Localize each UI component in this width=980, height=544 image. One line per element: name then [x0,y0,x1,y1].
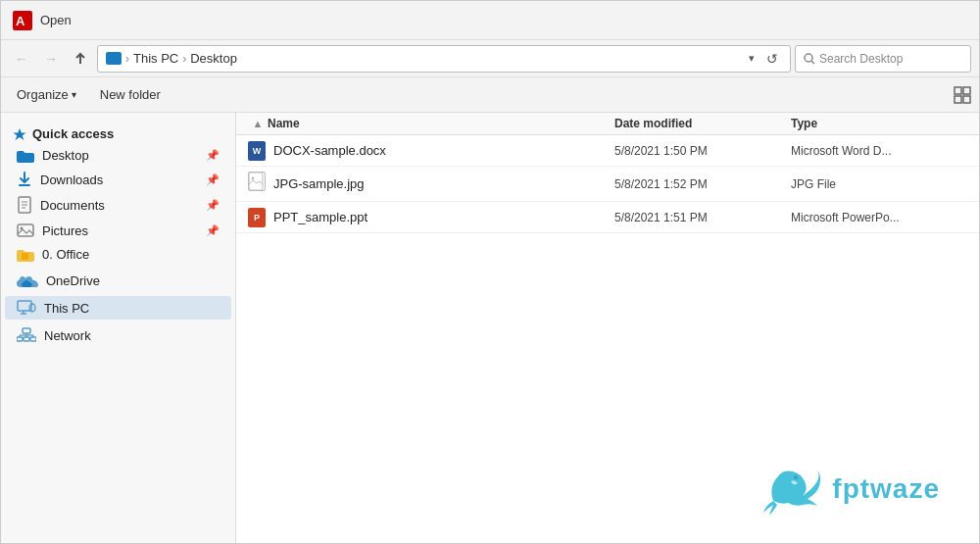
title-bar: A Open [1,1,979,40]
fptwaze-bird-icon [763,462,822,516]
file-date-jpg: 5/8/2021 1:52 PM [614,177,791,191]
view-toggle-icon[interactable] [954,86,971,104]
svg-rect-6 [955,96,961,103]
organize-button[interactable]: Organize ▾ [9,84,84,105]
col-name-header[interactable]: Name [268,117,614,130]
pictures-icon [17,223,34,238]
this-pc-folder-icon [106,52,122,65]
svg-text:A: A [16,14,25,28]
address-parts: › This PC › Desktop [106,51,741,66]
refresh-btn[interactable]: ↺ [762,49,782,69]
watermark: fptwaze [763,462,940,516]
svg-rect-9 [19,184,30,186]
downloads-icon [17,172,32,187]
network-label: Network [44,328,220,343]
main-area: Quick access Desktop 📌 Downloads 📌 [1,113,979,544]
jpg-icon-svg [249,173,267,192]
table-row[interactable]: W DOCX-sample.docx 5/8/2021 1:50 PM Micr… [236,135,979,167]
file-date-ppt: 5/8/2021 1:51 PM [614,211,791,224]
back-button[interactable]: ← [9,47,34,71]
new-folder-button[interactable]: New folder [92,84,169,105]
thispc-label: This PC [44,301,220,316]
sep1: › [125,52,129,66]
sidebar-item-downloads[interactable]: Downloads 📌 [5,168,231,191]
sep2: › [182,52,186,66]
svg-rect-32 [249,173,263,190]
col-date-header[interactable]: Date modified [614,117,791,130]
file-type-docx: Microsoft Word D... [791,144,967,158]
sidebar-item-onedrive[interactable]: OneDrive [5,270,231,292]
svg-rect-14 [18,224,33,236]
svg-point-2 [805,54,812,62]
svg-marker-8 [14,128,26,140]
search-placeholder: Search Desktop [819,52,903,66]
table-row[interactable]: P PPT_sample.ppt 5/8/2021 1:51 PM Micros… [236,202,979,233]
svg-line-3 [811,61,814,64]
desktop-label: Desktop [42,148,198,163]
downloads-pin-icon: 📌 [206,173,220,186]
sidebar-item-desktop[interactable]: Desktop 📌 [5,144,231,167]
view-icons [954,86,971,104]
table-row[interactable]: JPG-sample.jpg 5/8/2021 1:52 PM JPG File [236,167,979,202]
desktop-label: Desktop [190,51,237,66]
sidebar-item-thispc[interactable]: This PC [5,296,231,320]
desktop-pin-icon: 📌 [206,149,220,162]
toolbar: Organize ▾ New folder [1,77,979,113]
col-type-header[interactable]: Type [791,117,967,130]
svg-rect-7 [963,96,970,103]
sidebar-item-pictures[interactable]: Pictures 📌 [5,219,231,242]
documents-pin-icon: 📌 [206,199,220,212]
file-name-jpg: JPG-sample.jpg [273,176,614,191]
quick-access-section: Quick access Desktop 📌 Downloads 📌 [1,121,235,266]
svg-rect-5 [963,87,970,94]
onedrive-icon [17,274,38,288]
svg-point-20 [29,304,35,312]
svg-rect-4 [955,87,961,94]
pictures-pin-icon: 📌 [206,224,220,237]
svg-point-33 [252,177,255,180]
file-date-docx: 5/8/2021 1:50 PM [614,144,791,158]
svg-rect-26 [30,337,36,341]
downloads-label: Downloads [40,173,198,187]
ppt-file-icon: P [248,207,266,227]
onedrive-label: OneDrive [46,273,220,288]
forward-button[interactable]: → [38,47,64,71]
network-section: Network [1,323,235,347]
file-area-wrapper: ▲ Name Date modified Type W DOC [236,113,979,544]
sidebar-item-documents[interactable]: Documents 📌 [5,192,231,218]
office-folder-icon [17,248,34,262]
word-file-icon: W [248,140,266,161]
up-icon [74,52,87,66]
file-list-header: ▲ Name Date modified Type [236,113,979,135]
this-pc-label: This PC [133,51,178,66]
documents-icon [17,196,32,214]
title-bar-text: Open [40,13,72,27]
quick-access-label: Quick access [32,126,114,141]
this-pc-icon [17,300,36,316]
this-pc-section: This PC [1,296,235,320]
sidebar: Quick access Desktop 📌 Downloads 📌 [1,113,236,544]
quick-access-header[interactable]: Quick access [1,121,235,143]
svg-rect-23 [23,328,30,333]
file-name-ppt: PPT_sample.ppt [273,210,614,224]
svg-rect-16 [22,253,28,260]
search-box[interactable]: Search Desktop [795,45,971,73]
file-type-ppt: Microsoft PowerPo... [791,211,967,224]
star-icon [13,127,26,141]
organize-chevron: ▾ [72,89,76,100]
desktop-folder-icon [17,149,34,163]
onedrive-section: OneDrive [1,270,235,292]
svg-rect-25 [24,337,29,341]
watermark-text: fptwaze [832,473,940,505]
svg-point-34 [794,475,798,479]
office-label: 0. Office [42,247,220,262]
address-bar[interactable]: › This PC › Desktop ▾ ↺ [97,45,791,73]
sort-arrow-area: ▲ [248,118,268,129]
up-button[interactable] [68,48,93,70]
sidebar-item-office[interactable]: 0. Office [5,243,231,266]
network-icon [17,327,36,343]
file-type-jpg: JPG File [791,177,967,191]
svg-rect-24 [17,337,23,341]
sidebar-item-network[interactable]: Network [5,323,231,347]
address-dropdown-btn[interactable]: ▾ [747,50,757,67]
